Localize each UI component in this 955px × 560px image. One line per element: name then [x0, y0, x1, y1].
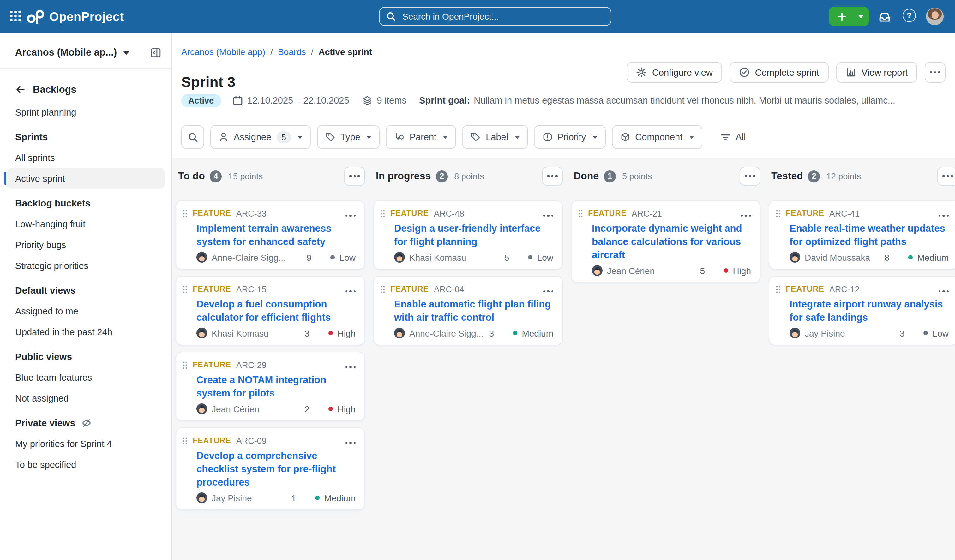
work-package-title-link[interactable]: Incorporate dynamic weight and balance c… [592, 222, 751, 261]
main-content: Arcanos (Mobile app) / Boards / Active s… [172, 33, 955, 560]
sidebar-item-low-hanging-fruit[interactable]: Low-hanging fruit [0, 213, 171, 234]
breadcrumb: Arcanos (Mobile app) / Boards / Active s… [181, 47, 372, 57]
assignee-name: Jay Pisine [211, 493, 252, 503]
work-package-card[interactable]: FEATURE ARC-48 Design a user-friendly in… [373, 200, 563, 270]
card-menu-button[interactable] [741, 208, 751, 219]
drag-handle-icon[interactable] [380, 209, 385, 217]
sidebar-item-priority-bugs[interactable]: Priority bugs [0, 234, 171, 255]
filter-priority[interactable]: Priority [534, 125, 606, 149]
work-package-card[interactable]: FEATURE ARC-21 Incorporate dynamic weigh… [571, 200, 761, 283]
assignee-name: Khasi Komasu [211, 328, 269, 338]
work-package-title-link[interactable]: Enable real-time weather updates for opt… [789, 222, 949, 248]
work-package-card[interactable]: FEATURE ARC-29 Create a NOTAM integratio… [175, 352, 365, 421]
work-package-type: FEATURE [390, 209, 429, 218]
work-package-card[interactable]: FEATURE ARC-09 Develop a comprehensive c… [175, 427, 365, 510]
filter-all-toggle[interactable]: All [720, 131, 746, 142]
card-menu-button[interactable] [345, 435, 355, 446]
assignee-avatar [196, 404, 207, 414]
assignee-name: Anne-Claire Sigg... [409, 328, 484, 338]
work-package-card[interactable]: FEATURE ARC-12 Integrate airport runway … [769, 276, 955, 345]
card-menu-button[interactable] [543, 283, 553, 295]
sidebar-section-default-views: Default views [0, 280, 171, 300]
drag-handle-icon[interactable] [578, 209, 583, 217]
work-package-title-link[interactable]: Design a user-friendly interface for fli… [394, 222, 553, 248]
board-column-todo: To do 4 15 points FEATURE ARC-33 Impleme… [175, 167, 365, 560]
column-menu-button[interactable] [740, 167, 761, 186]
work-package-title-link[interactable]: Implement terrain awareness system for e… [196, 222, 355, 248]
openproject-logo[interactable]: OpenProject [27, 9, 124, 24]
sidebar-item-assigned-to-me[interactable]: Assigned to me [0, 300, 171, 321]
assignee-name: Khasi Komasu [409, 252, 467, 262]
work-package-card[interactable]: FEATURE ARC-33 Implement terrain awarene… [175, 200, 365, 270]
collapse-sidebar-icon[interactable] [150, 47, 161, 58]
global-search[interactable] [379, 7, 611, 26]
board-search-button[interactable] [181, 125, 204, 149]
sidebar-item-blue-team-features[interactable]: Blue team features [0, 367, 171, 388]
filter-assignee[interactable]: Assignee 5 [210, 125, 311, 149]
more-icon [547, 175, 558, 177]
story-points: 5 [504, 252, 528, 262]
work-package-card[interactable]: FEATURE ARC-04 Enable automatic flight p… [373, 276, 563, 345]
priority-label: High [337, 404, 355, 414]
work-package-title-link[interactable]: Create a NOTAM integration system for pi… [196, 373, 355, 400]
drag-handle-icon[interactable] [183, 361, 188, 369]
configure-view-button[interactable]: Configure view [627, 62, 722, 83]
sidebar-back-backlogs[interactable]: Backlogs [0, 69, 171, 102]
work-package-type: FEATURE [193, 436, 231, 445]
filter-component[interactable]: Component [612, 125, 702, 149]
help-icon[interactable]: ? [903, 9, 916, 22]
work-package-title-link[interactable]: Integrate airport runway analysis for sa… [789, 297, 949, 324]
work-package-type: FEATURE [786, 209, 824, 218]
work-package-title-link[interactable]: Enable automatic flight plan filing with… [394, 297, 553, 324]
tag-icon [471, 132, 481, 142]
project-switcher[interactable]: Arcanos (Mobile ap...) [0, 33, 171, 58]
sidebar-item-to-be-specified[interactable]: To be specified [0, 454, 171, 475]
inbox-icon[interactable] [878, 10, 891, 23]
sidebar-item-active-sprint[interactable]: Active sprint [6, 168, 165, 189]
sidebar-item-not-assigned[interactable]: Not assigned [0, 388, 171, 408]
filter-type[interactable]: Type [317, 125, 380, 149]
work-package-card[interactable]: FEATURE ARC-41 Enable real-time weather … [769, 200, 955, 270]
sidebar-item-sprint-planning[interactable]: Sprint planning [0, 102, 171, 122]
breadcrumb-boards-link[interactable]: Boards [278, 47, 306, 57]
search-input[interactable] [401, 11, 604, 22]
work-package-title-link[interactable]: Develop a comprehensive checklist system… [196, 449, 355, 489]
sidebar-item-updated-past-24h[interactable]: Updated in the past 24h [0, 321, 171, 342]
work-package-id: ARC-29 [236, 360, 266, 370]
drag-handle-icon[interactable] [776, 209, 781, 217]
sidebar-item-my-priorities-sprint4[interactable]: My priorities for Sprint 4 [0, 433, 171, 454]
global-add-button[interactable] [829, 7, 869, 26]
filter-label[interactable]: Label [462, 125, 528, 149]
user-avatar[interactable] [926, 8, 944, 25]
priority-dot-icon [329, 331, 333, 335]
sidebar-item-strategic-priorities[interactable]: Strategic priorities [0, 255, 171, 276]
work-package-card[interactable]: FEATURE ARC-15 Develop a fuel consumptio… [175, 276, 365, 345]
card-menu-button[interactable] [543, 208, 553, 219]
card-menu-button[interactable] [345, 208, 355, 219]
filter-label-label: Label [486, 132, 508, 142]
drag-handle-icon[interactable] [183, 209, 188, 217]
drag-handle-icon[interactable] [380, 285, 385, 293]
items-count-text: 9 items [377, 95, 407, 105]
app-grid-icon[interactable] [10, 11, 22, 22]
column-count-badge: 2 [436, 170, 448, 182]
sidebar-item-all-sprints[interactable]: All sprints [0, 147, 171, 168]
column-menu-button[interactable] [344, 167, 365, 186]
filter-parent[interactable]: Parent [386, 125, 456, 149]
drag-handle-icon[interactable] [183, 285, 188, 293]
card-menu-button[interactable] [938, 208, 949, 219]
drag-handle-icon[interactable] [183, 436, 188, 445]
view-report-button[interactable]: View report [836, 62, 917, 83]
card-menu-button[interactable] [345, 359, 355, 371]
drag-handle-icon[interactable] [776, 285, 781, 293]
breadcrumb-project-link[interactable]: Arcanos (Mobile app) [181, 47, 265, 57]
column-menu-button[interactable] [542, 167, 563, 186]
complete-sprint-button[interactable]: Complete sprint [730, 62, 829, 83]
column-menu-button[interactable] [937, 167, 955, 186]
work-package-title-link[interactable]: Develop a fuel consumption calculator fo… [196, 297, 355, 324]
chevron-down-icon [367, 135, 372, 139]
card-menu-button[interactable] [345, 283, 355, 295]
column-points: 8 points [454, 171, 484, 181]
header-more-button[interactable] [925, 62, 946, 83]
card-menu-button[interactable] [938, 283, 949, 295]
